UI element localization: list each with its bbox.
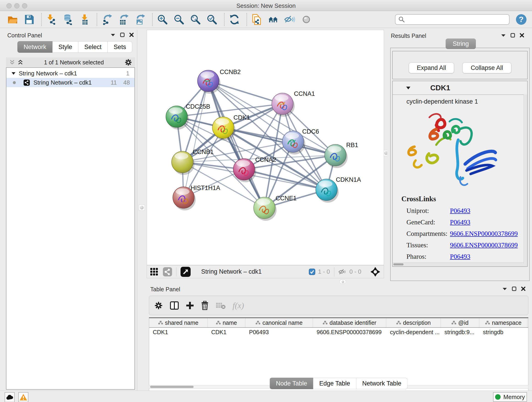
hidden-eye-slash-icon[interactable] [338,268,347,275]
close-panel-icon[interactable] [521,287,526,291]
add-column-icon[interactable] [186,301,194,310]
tab-network-table[interactable]: Network Table [356,378,408,389]
expand-collapse-box: Expand All Collapse All [392,51,528,79]
function-builder-icon[interactable]: f(x) [233,301,244,310]
node-cdk1[interactable] [212,117,235,140]
card-expander-icon[interactable] [406,86,411,89]
zoom-in-button[interactable] [157,14,168,25]
table-cell[interactable]: stringdb [479,328,527,337]
birdseye-toggle-icon[interactable] [181,267,191,277]
crosslink-link[interactable]: 9606.ENSP00000378699 [450,241,518,249]
close-panel-icon[interactable] [520,33,524,38]
collapse-all-button[interactable]: Collapse All [462,62,511,73]
tab-style[interactable]: Style [52,41,78,53]
node-cdc6[interactable] [282,131,305,154]
share-document-button[interactable] [251,14,263,25]
table-cell[interactable]: CDK1 [208,328,245,337]
results-hscrollbar[interactable] [393,262,527,266]
show-columns-icon[interactable] [170,301,179,310]
node-cdc25b[interactable] [166,106,189,129]
tab-string[interactable]: String [446,38,476,49]
edge-ccnb2-hist1h1a[interactable] [184,81,208,198]
selected-checkbox-icon[interactable] [309,269,315,275]
column-header-database-identifier[interactable]: database identifier [313,318,386,327]
tab-node-table[interactable]: Node Table [270,378,313,389]
collection-expander-icon[interactable] [12,72,16,75]
cloud-status-button[interactable] [5,392,15,402]
table-cell[interactable]: 9606.ENSP00000378699 [313,328,386,337]
tab-sets[interactable]: Sets [108,41,132,53]
footer-separator [334,267,334,276]
export-table-button[interactable] [118,14,129,25]
save-session-button[interactable] [23,14,35,25]
maximize-panel-icon[interactable] [120,32,125,37]
hide-glass-button[interactable] [284,14,296,25]
network-row-selected[interactable]: String Network – cdk1 11 48 [6,78,134,87]
help-button[interactable]: ? [516,14,526,25]
memory-label: Memory [503,394,525,401]
expand-all-icon[interactable] [17,60,23,65]
float-panel-icon[interactable] [110,33,115,36]
column-header-name[interactable]: name [208,318,245,327]
tab-edge-table[interactable]: Edge Table [313,378,356,389]
export-image-button[interactable] [134,14,146,25]
clear-table-icon[interactable] [215,301,226,310]
network-canvas[interactable]: CCNB2CCNA1CDC25BCDK1CDC6RB1CCNB1CCNA2CDK… [147,30,384,265]
warnings-button[interactable] [18,392,28,402]
table-row[interactable]: CDK1CDK1P064939606.ENSP00000378699cyclin… [149,328,528,337]
float-panel-icon[interactable] [502,287,507,290]
network-collection-row[interactable]: String Network – cdk1 1 [6,69,134,78]
table-cell[interactable]: cyclin-dependent ... [386,328,441,337]
column-header-description[interactable]: description [386,318,441,327]
string-home-button[interactable] [268,14,279,25]
tab-network[interactable]: Network [17,41,52,53]
collapse-all-icon[interactable] [9,60,15,65]
float-panel-icon[interactable] [501,34,506,37]
close-panel-icon[interactable] [129,32,134,37]
protein-card-header[interactable]: CDK1 [393,81,527,95]
table-cell[interactable]: P06493 [245,328,313,337]
grid-view-icon[interactable] [150,268,158,276]
import-network-file-button[interactable] [46,14,57,25]
crosslink-link[interactable]: P06493 [450,218,470,226]
node-cdkn1a[interactable] [316,179,339,203]
zoom-selected-button[interactable] [206,14,218,25]
table-cell[interactable]: stringdb:9... [441,328,479,337]
table-cell[interactable]: CDK1 [149,328,208,337]
column-header-@id[interactable]: @id [441,318,479,327]
options-gear-icon[interactable] [124,58,132,66]
crosslink-link[interactable]: 9606.ENSP00000378699 [450,230,518,237]
node-rb1[interactable] [325,144,348,168]
network-selection-status: 1 of 1 Network selected [23,59,124,66]
search-input[interactable] [405,16,502,23]
zoom-fit-button[interactable] [190,14,201,25]
results-vscrollbar[interactable] [524,95,527,264]
delete-column-icon[interactable] [201,301,209,310]
column-header-shared-name[interactable]: shared name [149,318,208,327]
import-network-database-button[interactable] [62,14,74,25]
show-glass-button[interactable] [301,14,312,25]
memory-button[interactable]: Memory [493,392,527,402]
column-header-canonical-name[interactable]: canonical name [245,318,313,327]
maximize-panel-icon[interactable] [512,287,516,291]
open-session-button[interactable] [7,14,18,25]
crosslink-link[interactable]: P06493 [450,253,470,260]
left-splitter-handle[interactable] [139,205,145,211]
maximize-panel-icon[interactable] [510,33,515,38]
table-hscrollbar-thumb[interactable] [150,386,194,388]
search-box[interactable] [395,14,510,25]
column-header-namespace[interactable]: namespace [479,318,527,327]
results-hscrollbar-thumb[interactable] [393,263,404,265]
apply-layout-button[interactable] [229,14,240,25]
expand-all-button[interactable]: Expand All [409,62,454,73]
pan-crosshair-icon[interactable] [370,267,380,277]
import-table-button[interactable] [79,14,90,25]
zoom-out-button[interactable] [173,14,185,25]
bottom-splitter-handle[interactable] [340,280,346,284]
node-ccna1[interactable] [272,93,295,117]
export-network-button[interactable] [101,14,113,25]
tab-select[interactable]: Select [78,41,108,53]
network-view-icon[interactable] [163,267,172,276]
crosslink-link[interactable]: P06493 [450,207,470,215]
table-gear-icon[interactable] [154,301,163,310]
